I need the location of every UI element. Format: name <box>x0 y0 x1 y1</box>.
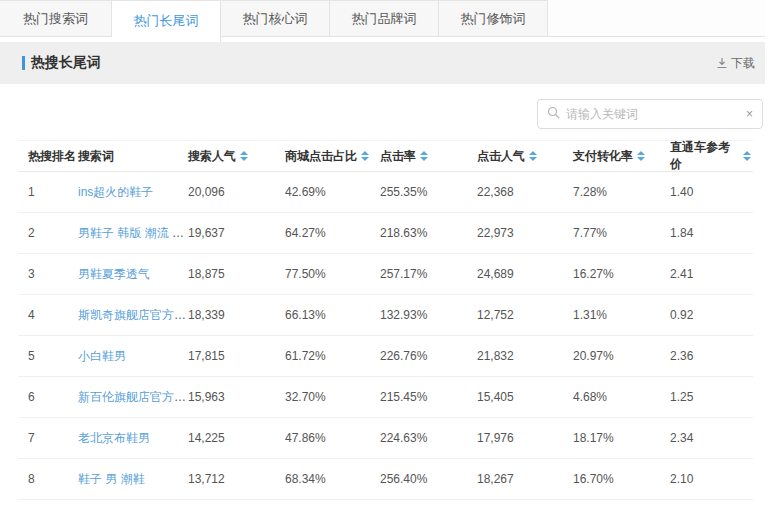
table-body: 1ins超火的鞋子20,09642.69%255.35%22,3687.28%1… <box>18 172 753 500</box>
tab-hot-longtail-words[interactable]: 热门长尾词 <box>112 0 221 42</box>
cell-rank: 1 <box>18 185 78 199</box>
cell-ztc-price: 2.41 <box>670 267 751 281</box>
cell-keyword: 老北京布鞋男 <box>78 430 188 447</box>
cell-keyword: 男鞋夏季透气 <box>78 266 188 283</box>
cell-pay-conversion: 18.17% <box>573 431 670 445</box>
cell-rank: 7 <box>18 431 78 445</box>
cell-pay-conversion: 7.28% <box>573 185 670 199</box>
cell-click-popularity: 18,267 <box>477 472 573 486</box>
col-pay-conversion[interactable]: 支付转化率 <box>573 148 670 165</box>
sort-icon[interactable] <box>420 151 428 161</box>
cell-keyword: 斯凯奇旗舰店官方旗舰 <box>78 307 188 324</box>
search-input[interactable] <box>566 107 746 121</box>
sort-icon[interactable] <box>529 151 537 161</box>
keyword-link[interactable]: 斯凯奇旗舰店官方旗舰 <box>78 308 188 322</box>
title-accent-bar <box>22 56 25 70</box>
title-wrap: 热搜长尾词 <box>22 54 101 72</box>
hot-keywords-page: 热门搜索词热门长尾词热门核心词热门品牌词热门修饰词 热搜长尾词 下载 <box>0 0 765 500</box>
cell-keyword: 男鞋子 韩版 潮流 英... <box>78 225 188 242</box>
sort-icon[interactable] <box>637 151 645 161</box>
cell-click-rate: 132.93% <box>380 308 477 322</box>
cell-mall-click-share: 66.13% <box>285 308 380 322</box>
cell-search-popularity: 18,339 <box>188 308 285 322</box>
cell-mall-click-share: 32.70% <box>285 390 380 404</box>
cell-ztc-price: 1.25 <box>670 390 751 404</box>
cell-rank: 4 <box>18 308 78 322</box>
cell-pay-conversion: 7.77% <box>573 226 670 240</box>
keyword-link[interactable]: 小白鞋男 <box>78 349 126 363</box>
table-row: 1ins超火的鞋子20,09642.69%255.35%22,3687.28%1… <box>18 172 753 213</box>
cell-keyword: 小白鞋男 <box>78 348 188 365</box>
cell-mall-click-share: 68.34% <box>285 472 380 486</box>
cell-click-popularity: 15,405 <box>477 390 573 404</box>
tab-bar: 热门搜索词热门长尾词热门核心词热门品牌词热门修饰词 <box>0 0 765 42</box>
tab-hot-search-words[interactable]: 热门搜索词 <box>0 0 112 37</box>
tab-hot-brand-words[interactable]: 热门品牌词 <box>330 0 439 37</box>
table-row: 4斯凯奇旗舰店官方旗舰18,33966.13%132.93%12,7521.31… <box>18 295 753 336</box>
column-label: 支付转化率 <box>573 148 633 165</box>
download-button[interactable]: 下载 <box>716 55 755 72</box>
cell-search-popularity: 13,712 <box>188 472 285 486</box>
col-keyword: 搜索词 <box>78 148 188 165</box>
column-label: 商城点击占比 <box>285 148 357 165</box>
cell-search-popularity: 18,875 <box>188 267 285 281</box>
cell-search-popularity: 20,096 <box>188 185 285 199</box>
search-icon <box>547 105 560 123</box>
search-box: × <box>537 99 763 129</box>
keyword-link[interactable]: ins超火的鞋子 <box>78 185 153 199</box>
sort-icon[interactable] <box>361 151 369 161</box>
keyword-link[interactable]: 男鞋夏季透气 <box>78 267 150 281</box>
col-ztc-reference-price[interactable]: 直通车参考价 <box>670 139 751 173</box>
cell-mall-click-share: 42.69% <box>285 185 380 199</box>
column-label: 搜索词 <box>78 148 114 165</box>
column-label: 点击率 <box>380 148 416 165</box>
tab-hot-modifier-words[interactable]: 热门修饰词 <box>439 0 548 37</box>
cell-mall-click-share: 47.86% <box>285 431 380 445</box>
cell-click-popularity: 17,976 <box>477 431 573 445</box>
cell-click-rate: 218.63% <box>380 226 477 240</box>
table-row: 7老北京布鞋男14,22547.86%224.63%17,97618.17%2.… <box>18 418 753 459</box>
cell-search-popularity: 17,815 <box>188 349 285 363</box>
cell-click-rate: 215.45% <box>380 390 477 404</box>
col-click-rate[interactable]: 点击率 <box>380 148 477 165</box>
cell-rank: 5 <box>18 349 78 363</box>
cell-rank: 2 <box>18 226 78 240</box>
cell-ztc-price: 1.84 <box>670 226 751 240</box>
keyword-link[interactable]: 老北京布鞋男 <box>78 431 150 445</box>
download-label: 下载 <box>731 55 755 72</box>
column-label: 直通车参考价 <box>670 139 739 173</box>
table-row: 6新百伦旗舰店官方正品15,96332.70%215.45%15,4054.68… <box>18 377 753 418</box>
search-row: × <box>0 99 765 129</box>
col-mall-click-share[interactable]: 商城点击占比 <box>285 148 380 165</box>
keyword-link[interactable]: 新百伦旗舰店官方正品 <box>78 390 188 404</box>
cell-keyword: ins超火的鞋子 <box>78 184 188 201</box>
column-label: 搜索人气 <box>188 148 236 165</box>
tab-hot-core-words[interactable]: 热门核心词 <box>221 0 330 37</box>
cell-search-popularity: 14,225 <box>188 431 285 445</box>
cell-click-popularity: 24,689 <box>477 267 573 281</box>
cell-pay-conversion: 4.68% <box>573 390 670 404</box>
clear-icon[interactable]: × <box>746 108 753 120</box>
keyword-link[interactable]: 男鞋子 韩版 潮流 英... <box>78 226 188 240</box>
column-label: 热搜排名 <box>28 148 76 165</box>
table-header: 热搜排名搜索词搜索人气商城点击占比点击率点击人气支付转化率直通车参考价 <box>18 141 753 172</box>
cell-pay-conversion: 16.70% <box>573 472 670 486</box>
sort-icon[interactable] <box>240 151 248 161</box>
cell-click-rate: 226.76% <box>380 349 477 363</box>
download-icon <box>716 57 728 69</box>
cell-rank: 8 <box>18 472 78 486</box>
cell-click-rate: 224.63% <box>380 431 477 445</box>
cell-click-rate: 255.35% <box>380 185 477 199</box>
keyword-link[interactable]: 鞋子 男 潮鞋 <box>78 472 145 486</box>
cell-keyword: 新百伦旗舰店官方正品 <box>78 389 188 406</box>
cell-pay-conversion: 20.97% <box>573 349 670 363</box>
cell-search-popularity: 15,963 <box>188 390 285 404</box>
cell-ztc-price: 1.40 <box>670 185 751 199</box>
cell-ztc-price: 2.36 <box>670 349 751 363</box>
cell-ztc-price: 0.92 <box>670 308 751 322</box>
cell-click-rate: 256.40% <box>380 472 477 486</box>
col-search-popularity[interactable]: 搜索人气 <box>188 148 285 165</box>
col-click-popularity[interactable]: 点击人气 <box>477 148 573 165</box>
sort-icon[interactable] <box>743 151 751 161</box>
section-header: 热搜长尾词 下载 <box>0 42 765 84</box>
